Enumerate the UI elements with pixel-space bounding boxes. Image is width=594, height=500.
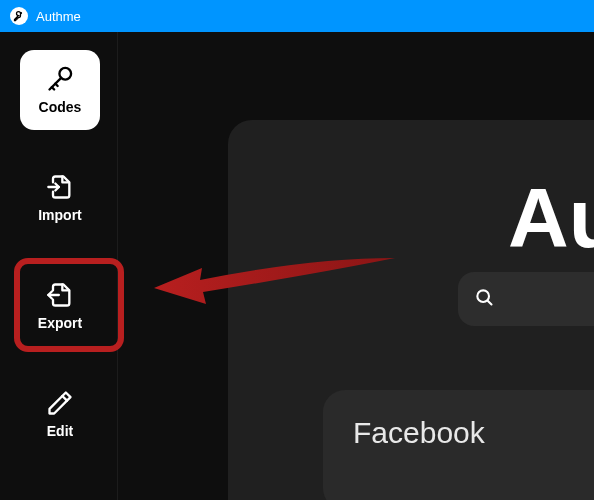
key-icon — [46, 65, 74, 93]
page-title: Au — [508, 170, 594, 267]
app-icon — [10, 7, 28, 25]
sidebar-item-label: Export — [38, 315, 82, 331]
sidebar-item-label: Import — [38, 207, 82, 223]
content-card: Au Facebook — [228, 120, 594, 500]
sidebar-item-codes[interactable]: Codes — [20, 50, 100, 130]
svg-point-0 — [21, 13, 22, 14]
search-icon — [474, 287, 494, 311]
code-entry-name: Facebook — [353, 416, 594, 450]
sidebar-item-export[interactable]: Export — [20, 266, 100, 346]
window-title: Authme — [36, 9, 81, 24]
code-entry[interactable]: Facebook — [323, 390, 594, 500]
search-input[interactable] — [458, 272, 594, 326]
sidebar-item-label: Edit — [47, 423, 73, 439]
pencil-icon — [46, 389, 74, 417]
sidebar: Codes Import Export Edit — [0, 32, 118, 500]
sidebar-item-label: Codes — [39, 99, 82, 115]
window-titlebar: Authme — [0, 0, 594, 32]
file-import-icon — [46, 173, 74, 201]
sidebar-item-import[interactable]: Import — [20, 158, 100, 238]
workspace: Codes Import Export Edit Au — [0, 32, 594, 500]
sidebar-item-edit[interactable]: Edit — [20, 374, 100, 454]
file-export-icon — [46, 281, 74, 309]
main-content: Au Facebook — [118, 32, 594, 500]
